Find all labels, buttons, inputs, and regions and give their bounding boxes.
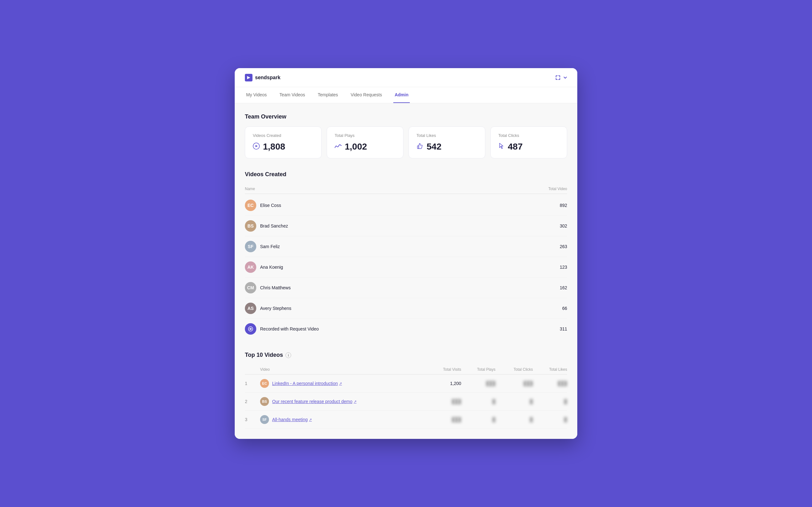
user-info: CM Chris Matthews — [245, 282, 291, 293]
avatar: BS — [260, 397, 269, 406]
external-link-icon: ↗ — [309, 418, 312, 422]
row-value: 162 — [560, 285, 567, 290]
cell-total-clicks: █ — [498, 399, 533, 404]
nav-templates[interactable]: Templates — [316, 87, 339, 103]
stat-card-videos-created: Videos Created 1,808 — [245, 126, 322, 158]
col-video-header: Video — [260, 367, 420, 372]
col-name-header: Name — [245, 187, 255, 191]
chevron-down-icon — [563, 76, 567, 79]
stat-value-total-plays: 1,002 — [335, 142, 396, 152]
nav-team-videos[interactable]: Team Videos — [278, 87, 306, 103]
avatar: CM — [245, 282, 256, 293]
stat-number-total-likes: 542 — [426, 142, 442, 152]
table-row: AK Ana Koenig 123 — [245, 257, 567, 278]
avatar: EC — [260, 379, 269, 388]
cell-total-plays: █ — [464, 399, 496, 404]
play-icon — [253, 143, 260, 151]
avatar: SF — [260, 415, 269, 424]
row-value: 123 — [560, 265, 567, 270]
col-total-video-header: Total Video — [548, 187, 567, 191]
top10-title: Top 10 Videos i — [245, 352, 567, 358]
video-link[interactable]: LinkedIn - A personal introduction ↗ — [272, 381, 342, 386]
stat-card-total-likes: Total Likes 542 — [409, 126, 485, 158]
video-info: EC LinkedIn - A personal introduction ↗ — [260, 379, 420, 388]
external-link-icon: ↗ — [339, 382, 342, 386]
stat-card-total-plays: Total Plays 1,002 — [327, 126, 403, 158]
video-info: BS Our recent feature release product de… — [260, 397, 420, 406]
cell-total-likes: █ — [536, 399, 567, 404]
video-link[interactable]: Our recent feature release product demo … — [272, 399, 357, 404]
expand-icon — [555, 75, 561, 80]
col-visits-header: Total Visits — [423, 367, 461, 372]
videos-created-section: Videos Created Name Total Video EC Elise… — [245, 171, 567, 339]
nav-admin[interactable]: Admin — [393, 87, 410, 103]
stat-label-total-clicks: Total Clicks — [498, 133, 559, 138]
user-name: Recorded with Request Video — [260, 326, 319, 331]
header-actions[interactable] — [555, 75, 567, 80]
info-icon[interactable]: i — [286, 352, 291, 358]
cell-total-visits: 1,200 — [423, 381, 461, 386]
row-value: 66 — [562, 306, 567, 311]
app-window: sendspark My Videos Team Videos Template… — [235, 68, 577, 439]
stat-number-total-plays: 1,002 — [345, 142, 367, 152]
top10-table-header: Video Total Visits Total Plays Total Cli… — [245, 365, 567, 375]
cell-total-likes: █ — [536, 417, 567, 422]
top10-section: Top 10 Videos i Video Total Visits Total… — [245, 352, 567, 429]
videos-created-table-header: Name Total Video — [245, 184, 567, 194]
row-value: 892 — [560, 203, 567, 208]
avatar: SF — [245, 241, 256, 252]
header: sendspark — [235, 68, 577, 87]
col-plays-header: Total Plays — [464, 367, 496, 372]
cell-total-visits: ███ — [423, 399, 461, 404]
video-info: SF All-hands meeting ↗ — [260, 415, 420, 424]
main-content: Team Overview Videos Created 1,808 T — [235, 103, 577, 439]
stat-value-total-clicks: 487 — [498, 142, 559, 152]
avatar: EC — [245, 200, 256, 211]
stat-number-videos-created: 1,808 — [263, 142, 285, 152]
stat-number-total-clicks: 487 — [508, 142, 523, 152]
table-row: SF Sam Feliz 263 — [245, 236, 567, 257]
nav: My Videos Team Videos Templates Video Re… — [235, 87, 577, 103]
logo-icon — [245, 74, 252, 81]
external-link-icon: ↗ — [354, 400, 357, 404]
col-likes-header: Total Likes — [536, 367, 567, 372]
avatar: AK — [245, 262, 256, 273]
row-value: 311 — [560, 326, 567, 331]
row-value: 302 — [560, 223, 567, 228]
stats-row: Videos Created 1,808 Total Plays — [245, 126, 567, 158]
table-row: 3 SF All-hands meeting ↗ ███ █ █ █ — [245, 411, 567, 429]
user-info: Recorded with Request Video — [245, 323, 319, 335]
user-name: Brad Sanchez — [260, 223, 288, 228]
cell-total-likes: ███ — [536, 381, 567, 386]
nav-my-videos[interactable]: My Videos — [245, 87, 268, 103]
table-row: 1 EC LinkedIn - A personal introduction … — [245, 375, 567, 393]
col-clicks-header: Total Clicks — [498, 367, 533, 372]
user-info: BS Brad Sanchez — [245, 220, 288, 232]
table-row: BS Brad Sanchez 302 — [245, 216, 567, 236]
user-name: Sam Feliz — [260, 244, 280, 249]
cell-total-plays: ███ — [464, 381, 496, 386]
stat-label-total-likes: Total Likes — [416, 133, 477, 138]
table-row: Recorded with Request Video 311 — [245, 319, 567, 339]
cell-total-plays: █ — [464, 417, 496, 422]
logo: sendspark — [245, 74, 281, 81]
cursor-icon — [498, 143, 505, 151]
stat-value-total-likes: 542 — [416, 142, 477, 152]
video-link[interactable]: All-hands meeting ↗ — [272, 417, 312, 422]
table-row: EC Elise Coss 892 — [245, 195, 567, 216]
stat-value-videos-created: 1,808 — [253, 142, 314, 152]
avatar: BS — [245, 220, 256, 232]
stat-label-videos-created: Videos Created — [253, 133, 314, 138]
user-info: AS Avery Stephens — [245, 302, 292, 314]
nav-video-requests[interactable]: Video Requests — [350, 87, 384, 103]
cell-total-visits: ███ — [423, 417, 461, 422]
cell-total-clicks: ███ — [498, 381, 533, 386]
plays-icon — [335, 143, 342, 151]
stat-card-total-clicks: Total Clicks 487 — [490, 126, 567, 158]
cell-total-clicks: █ — [498, 417, 533, 422]
user-name: Avery Stephens — [260, 306, 292, 311]
row-number: 2 — [245, 399, 258, 404]
user-info: EC Elise Coss — [245, 200, 281, 211]
row-value: 263 — [560, 244, 567, 249]
avatar-link — [245, 323, 256, 335]
